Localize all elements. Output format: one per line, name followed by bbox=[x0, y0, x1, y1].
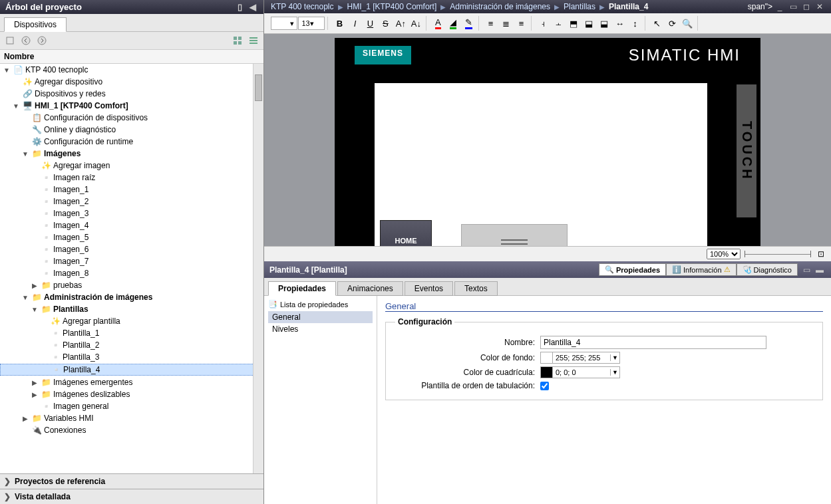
tree-add-template[interactable]: ✨Agregar plantilla bbox=[0, 316, 263, 326]
tree-image-1[interactable]: ▫️Imagen_1 bbox=[0, 184, 263, 195]
tree-devices-networks[interactable]: 🔗Dispositivos y redes bbox=[0, 88, 263, 99]
project-tree[interactable]: ▼📄KTP 400 tecnoplc ✨Agregar dispositivo … bbox=[0, 64, 263, 473]
align-top-button[interactable]: ⬒ bbox=[566, 16, 581, 31]
zoom-slider[interactable] bbox=[745, 251, 811, 257]
tree-image-2[interactable]: ▫️Imagen_2 bbox=[0, 196, 263, 207]
toolbar-new-icon[interactable] bbox=[4, 35, 16, 47]
header-tab-properties[interactable]: 🔍Propiedades bbox=[599, 263, 666, 276]
align-bottom-button[interactable]: ⬓ bbox=[597, 16, 611, 31]
tab-properties[interactable]: Propiedades bbox=[268, 281, 336, 296]
tree-connections[interactable]: 🔌Conexiones bbox=[0, 425, 263, 436]
tool-rotate-button[interactable]: ⟳ bbox=[665, 16, 679, 31]
tree-slidein-images[interactable]: ▶📁Imágenes deslizables bbox=[0, 389, 263, 400]
tree-image-admin[interactable]: ▼📁Administración de imágenes bbox=[0, 292, 263, 303]
align-middle-button[interactable]: ⬓ bbox=[582, 16, 596, 31]
crumb-image-admin[interactable]: Administración de imágenes bbox=[450, 2, 550, 11]
toolbar-list-icon[interactable] bbox=[248, 35, 259, 47]
footer-reference-projects[interactable]: ❯Proyectos de referencia bbox=[0, 473, 263, 489]
panel-collapse-icon[interactable]: ◀ bbox=[248, 3, 258, 12]
bold-button[interactable]: B bbox=[332, 16, 347, 31]
font-family-dropdown[interactable]: ▾ bbox=[271, 17, 297, 30]
tree-template-4[interactable]: ▫️Plantilla_4 bbox=[0, 364, 263, 376]
window-minimize-icon[interactable]: _ bbox=[774, 2, 786, 11]
tree-project-root[interactable]: ▼📄KTP 400 tecnoplc bbox=[0, 64, 263, 75]
font-decrease-button[interactable]: A↓ bbox=[409, 16, 423, 31]
tree-image-8[interactable]: ▫️Imagen_8 bbox=[0, 268, 263, 279]
tree-image-6[interactable]: ▫️Imagen_6 bbox=[0, 244, 263, 255]
tree-image-4[interactable]: ▫️Imagen_4 bbox=[0, 220, 263, 231]
dropdown-icon[interactable]: ▼ bbox=[610, 369, 619, 376]
checkbox-tab-order[interactable] bbox=[540, 382, 549, 390]
tree-hmi-vars[interactable]: ▶📁Variables HMI bbox=[0, 413, 263, 424]
dropdown-icon[interactable]: ▼ bbox=[610, 354, 619, 361]
panel-pin-icon[interactable]: ▯ bbox=[234, 3, 245, 12]
header-tab-diag[interactable]: 🩺Diagnóstico bbox=[737, 263, 798, 276]
input-name[interactable] bbox=[540, 336, 766, 349]
footer-detail-view[interactable]: ❯Vista detallada bbox=[0, 489, 263, 504]
window-maximize-icon[interactable]: ◻ bbox=[800, 2, 812, 11]
tab-animations[interactable]: Animaciones bbox=[337, 281, 403, 296]
toolbar-forward-icon[interactable] bbox=[36, 35, 48, 47]
tree-template-1[interactable]: ▫️Plantilla_1 bbox=[0, 328, 263, 338]
tree-images-folder[interactable]: ▼📁Imágenes bbox=[0, 148, 263, 159]
same-height-button[interactable]: ↕ bbox=[627, 16, 642, 31]
distribute-h-button[interactable]: ⫞ bbox=[536, 16, 550, 31]
screen-placeholder-object[interactable] bbox=[461, 224, 568, 246]
align-left-button[interactable]: ≡ bbox=[483, 16, 498, 31]
tree-device-config[interactable]: 📋Configuración de dispositivos bbox=[0, 112, 263, 123]
tab-texts[interactable]: Textos bbox=[454, 281, 498, 296]
canvas-area[interactable]: SIEMENS SIMATIC HMI TOUCH HOME bbox=[264, 34, 831, 246]
toolbar-back-icon[interactable] bbox=[20, 35, 32, 47]
tab-events[interactable]: Eventos bbox=[405, 281, 453, 296]
tree-hmi[interactable]: ▼🖥️HMI_1 [KTP400 Comfort] bbox=[0, 100, 263, 111]
toolbar-grid-icon[interactable] bbox=[232, 35, 244, 47]
font-color-button[interactable]: A bbox=[430, 16, 445, 31]
tool-zoom-button[interactable]: 🔍 bbox=[680, 16, 695, 31]
underline-button[interactable]: U bbox=[363, 16, 377, 31]
tree-general-image[interactable]: ▫️Imagen general bbox=[0, 401, 263, 412]
line-color-button[interactable]: ✎ bbox=[461, 16, 476, 31]
tree-image-5[interactable]: ▫️Imagen_5 bbox=[0, 232, 263, 243]
same-width-button[interactable]: ↔ bbox=[612, 16, 627, 31]
tree-add-device[interactable]: ✨Agregar dispositivo bbox=[0, 76, 263, 87]
font-size-dropdown[interactable]: 13 ▾ bbox=[298, 17, 325, 30]
fill-color-button[interactable]: ◢ bbox=[446, 16, 460, 31]
tree-image-7[interactable]: ▫️Imagen_7 bbox=[0, 256, 263, 267]
tree-online-diag[interactable]: 🔧Online y diagnóstico bbox=[0, 124, 263, 135]
window-restore-icon[interactable]: ▭ bbox=[787, 2, 799, 11]
props-close-icon[interactable]: ▬ bbox=[814, 265, 826, 275]
window-close-icon[interactable]: ✕ bbox=[814, 2, 826, 11]
italic-button[interactable]: I bbox=[347, 16, 362, 31]
crumb-current[interactable]: Plantilla_4 bbox=[609, 2, 648, 11]
grid-color-field[interactable]: 0; 0; 0 ▼ bbox=[540, 366, 620, 378]
align-right-button[interactable]: ≡ bbox=[514, 16, 528, 31]
tree-templates[interactable]: ▼📁Plantillas bbox=[0, 304, 263, 315]
tree-runtime-config[interactable]: ⚙️Configuración de runtime bbox=[0, 136, 263, 147]
props-restore-icon[interactable]: ▭ bbox=[800, 265, 812, 275]
tab-devices[interactable]: Dispositivos bbox=[4, 17, 67, 32]
tree-image-3[interactable]: ▫️Imagen_3 bbox=[0, 208, 263, 219]
bg-color-field[interactable]: 255; 255; 255 ▼ bbox=[540, 352, 620, 364]
tree-image-root[interactable]: ▫️Imagen raíz bbox=[0, 172, 263, 183]
tree-tests-folder[interactable]: ▶📁pruebas bbox=[0, 280, 263, 291]
nav-general[interactable]: General bbox=[268, 311, 373, 323]
tool-pointer-button[interactable]: ↖ bbox=[649, 16, 664, 31]
screen-home-button[interactable]: HOME bbox=[380, 220, 432, 246]
tree-popup-images[interactable]: ▶📁Imágenes emergentes bbox=[0, 377, 263, 388]
distribute-v-button[interactable]: ⫠ bbox=[551, 16, 566, 31]
tree-template-3[interactable]: ▫️Plantilla_3 bbox=[0, 352, 263, 362]
font-increase-button[interactable]: A↑ bbox=[393, 16, 408, 31]
tree-template-2[interactable]: ▫️Plantilla_2 bbox=[0, 340, 263, 350]
crumb-templates[interactable]: Plantillas bbox=[564, 2, 595, 11]
crumb-project[interactable]: KTP 400 tecnoplc bbox=[271, 2, 334, 11]
tree-scrollbar[interactable] bbox=[253, 64, 263, 473]
strike-button[interactable]: S bbox=[378, 16, 393, 31]
zoom-fit-button[interactable]: ⊡ bbox=[815, 248, 827, 260]
hmi-screen[interactable]: HOME bbox=[375, 83, 707, 246]
align-center-button[interactable]: ≣ bbox=[498, 16, 513, 31]
header-tab-info[interactable]: ℹ️Información ⚠ bbox=[666, 263, 736, 276]
crumb-hmi[interactable]: HMI_1 [KTP400 Comfort] bbox=[347, 2, 437, 11]
nav-levels[interactable]: Niveles bbox=[268, 323, 373, 335]
zoom-dropdown[interactable]: 100% bbox=[707, 249, 741, 259]
tree-add-image[interactable]: ✨Agregar imagen bbox=[0, 160, 263, 171]
